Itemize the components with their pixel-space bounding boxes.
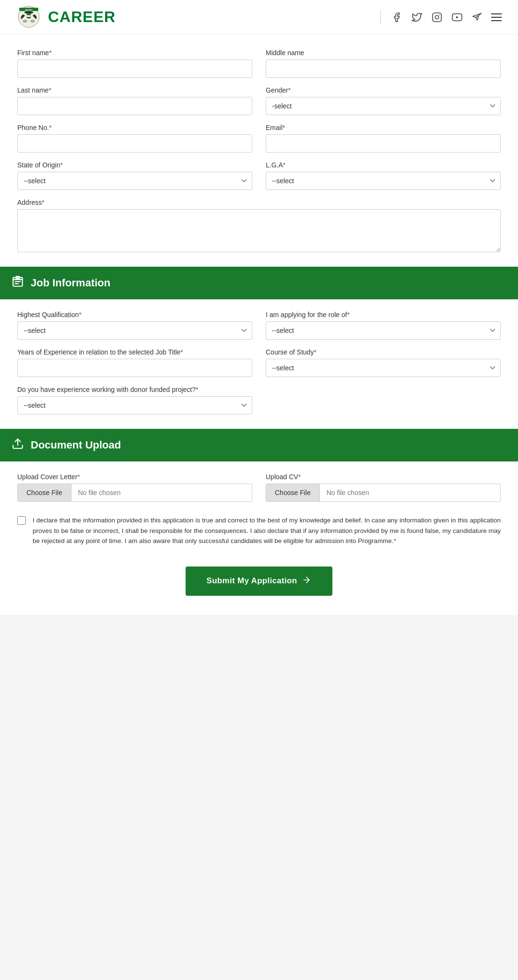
lga-select[interactable]: --select bbox=[266, 172, 501, 190]
declaration-checkbox[interactable] bbox=[17, 516, 26, 525]
gender-label: Gender* bbox=[266, 86, 501, 94]
state-select[interactable]: --select bbox=[17, 172, 252, 190]
cover-letter-choose-btn[interactable]: Choose File bbox=[18, 484, 71, 501]
email-group: Email* bbox=[266, 124, 501, 153]
qual-role-row: Highest Qualification* --select I am app… bbox=[17, 311, 501, 340]
facebook-icon[interactable] bbox=[390, 11, 403, 24]
svg-text:NCDC: NCDC bbox=[25, 9, 33, 12]
lga-group: L.G.A* --select bbox=[266, 161, 501, 190]
cv-label: Upload CV* bbox=[266, 473, 501, 481]
header-right bbox=[380, 11, 504, 24]
course-group: Course of Study* --select bbox=[266, 348, 501, 377]
lastname-gender-row: Last name* Gender* -select Male Female bbox=[17, 86, 501, 115]
cover-letter-file-name: No file chosen bbox=[71, 484, 252, 501]
svg-rect-2 bbox=[27, 13, 31, 15]
state-label: State of Origin* bbox=[17, 161, 252, 169]
first-name-label: First name* bbox=[17, 49, 252, 57]
last-name-input[interactable] bbox=[17, 97, 252, 115]
state-group: State of Origin* --select bbox=[17, 161, 252, 190]
exp-course-row: Years of Experience in relation to the s… bbox=[17, 348, 501, 377]
youtube-icon[interactable] bbox=[451, 11, 463, 24]
cover-letter-group: Upload Cover Letter* Choose File No file… bbox=[17, 473, 252, 502]
declaration-block: I declare that the information provided … bbox=[17, 515, 501, 549]
name-row: First name* Middle name bbox=[17, 49, 501, 78]
donor-select[interactable]: --select Yes No bbox=[17, 396, 252, 414]
header-title: CAREER bbox=[48, 8, 116, 26]
submit-container: Submit My Application bbox=[17, 567, 501, 596]
document-upload-section-header: Document Upload bbox=[0, 429, 518, 461]
header-divider bbox=[380, 11, 381, 24]
last-name-group: Last name* bbox=[17, 86, 252, 115]
role-select[interactable]: --select bbox=[266, 321, 501, 340]
address-row: Address* bbox=[17, 199, 501, 252]
cv-group: Upload CV* Choose File No file chosen bbox=[266, 473, 501, 502]
phone-email-row: Phone No.* Email* bbox=[17, 124, 501, 153]
last-name-label: Last name* bbox=[17, 86, 252, 94]
ncdc-logo: NCDC bbox=[14, 4, 43, 30]
cover-letter-upload: Choose File No file chosen bbox=[17, 484, 252, 502]
cv-file-name: No file chosen bbox=[320, 484, 500, 501]
gender-select[interactable]: -select Male Female bbox=[266, 97, 501, 115]
highest-qual-group: Highest Qualification* --select bbox=[17, 311, 252, 340]
donor-row: Do you have experience working with dono… bbox=[17, 386, 501, 414]
twitter-icon[interactable] bbox=[411, 11, 423, 24]
svg-point-10 bbox=[435, 15, 438, 19]
svg-rect-9 bbox=[433, 12, 441, 21]
donor-spacer bbox=[266, 386, 501, 414]
donor-label: Do you have experience working with dono… bbox=[17, 386, 252, 393]
gender-group: Gender* -select Male Female bbox=[266, 86, 501, 115]
lga-label: L.G.A* bbox=[266, 161, 501, 169]
email-input[interactable] bbox=[266, 134, 501, 153]
job-info-section-header: Job Information bbox=[0, 267, 518, 299]
svg-point-11 bbox=[439, 14, 440, 15]
highest-qual-select[interactable]: --select bbox=[17, 321, 252, 340]
telegram-icon[interactable] bbox=[471, 11, 483, 24]
header: NCDC CAREER bbox=[0, 0, 518, 35]
donor-group: Do you have experience working with dono… bbox=[17, 386, 252, 414]
middle-name-input[interactable] bbox=[266, 59, 501, 78]
years-exp-input[interactable] bbox=[17, 359, 252, 377]
phone-label: Phone No.* bbox=[17, 124, 252, 131]
submit-label: Submit My Application bbox=[207, 576, 297, 586]
submit-arrow-icon bbox=[302, 575, 311, 587]
document-upload-title: Document Upload bbox=[31, 439, 121, 451]
job-info-icon bbox=[12, 275, 24, 291]
role-group: I am applying for the role of* --select bbox=[266, 311, 501, 340]
phone-group: Phone No.* bbox=[17, 124, 252, 153]
cv-upload: Choose File No file chosen bbox=[266, 484, 501, 502]
submit-button[interactable]: Submit My Application bbox=[186, 567, 333, 596]
first-name-group: First name* bbox=[17, 49, 252, 78]
svg-marker-12 bbox=[456, 16, 459, 19]
phone-input[interactable] bbox=[17, 134, 252, 153]
address-label: Address* bbox=[17, 199, 501, 206]
middle-name-group: Middle name bbox=[266, 49, 501, 78]
course-label: Course of Study* bbox=[266, 348, 501, 356]
instagram-icon[interactable] bbox=[431, 11, 443, 24]
upload-icon bbox=[12, 437, 24, 453]
course-select[interactable]: --select bbox=[266, 359, 501, 377]
cv-choose-btn[interactable]: Choose File bbox=[266, 484, 320, 501]
email-label: Email* bbox=[266, 124, 501, 131]
svg-point-5 bbox=[23, 20, 27, 23]
svg-point-6 bbox=[30, 20, 35, 23]
role-label: I am applying for the role of* bbox=[266, 311, 501, 319]
first-name-input[interactable] bbox=[17, 59, 252, 78]
address-group: Address* bbox=[17, 199, 501, 252]
svg-rect-4 bbox=[27, 17, 31, 18]
cover-letter-label: Upload Cover Letter* bbox=[17, 473, 252, 481]
upload-row: Upload Cover Letter* Choose File No file… bbox=[17, 473, 501, 502]
svg-rect-3 bbox=[27, 15, 31, 17]
header-left: NCDC CAREER bbox=[14, 4, 116, 30]
main-form: First name* Middle name Last name* Gende… bbox=[0, 35, 518, 615]
hamburger-menu[interactable] bbox=[491, 11, 504, 24]
address-input[interactable] bbox=[17, 209, 501, 252]
declaration-text[interactable]: I declare that the information provided … bbox=[33, 515, 501, 546]
middle-name-label: Middle name bbox=[266, 49, 501, 57]
job-info-title: Job Information bbox=[31, 277, 110, 289]
years-exp-label: Years of Experience in relation to the s… bbox=[17, 348, 252, 356]
state-lga-row: State of Origin* --select L.G.A* --selec… bbox=[17, 161, 501, 190]
highest-qual-label: Highest Qualification* bbox=[17, 311, 252, 319]
years-exp-group: Years of Experience in relation to the s… bbox=[17, 348, 252, 377]
